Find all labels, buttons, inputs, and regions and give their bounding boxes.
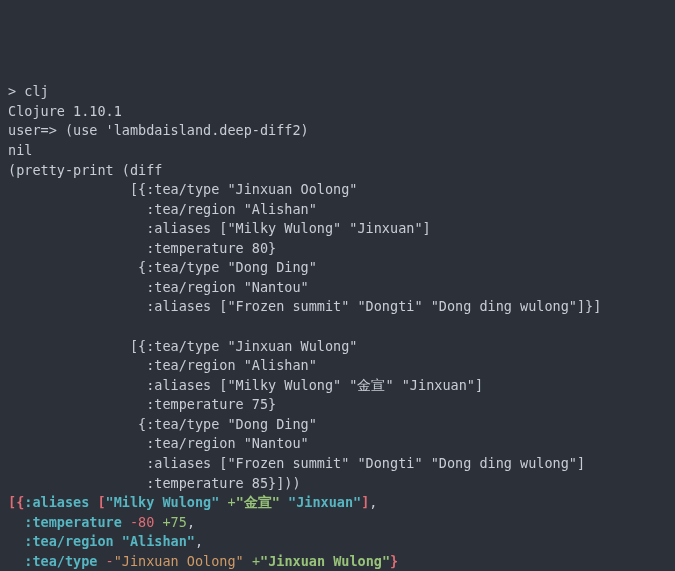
string-removed: "Jinxuan Oolong" [114, 553, 244, 569]
arg2-line: {:tea/type "Dong Ding" [8, 416, 317, 432]
string-val: "Milky Wulong" [106, 494, 220, 510]
arg2-line: :temperature 75} [8, 396, 276, 412]
comma: , [195, 533, 203, 549]
arg2-line: :temperature 85}])) [8, 475, 301, 491]
arg1-line: :aliases ["Frozen summit" "Dongti" "Dong… [8, 298, 601, 314]
arg2-line: [{:tea/type "Jinxuan Wulong" [8, 338, 358, 354]
string-val: "Jinxuan" [288, 494, 361, 510]
comma: , [187, 514, 195, 530]
keyword: :tea/region [24, 533, 113, 549]
string-added: "金宣" [236, 494, 280, 510]
space [97, 553, 105, 569]
removed-val: -80 [130, 514, 154, 530]
terminal-output: > clj Clojure 1.10.1 user=> (use 'lambda… [8, 82, 667, 571]
space [122, 514, 130, 530]
indent [8, 553, 24, 569]
diff-line-4: :tea/type -"Jinxuan Oolong" +"Jinxuan Wu… [8, 553, 398, 569]
indent [8, 533, 24, 549]
nil-output: nil [8, 142, 32, 158]
string-val: "Alishan" [122, 533, 195, 549]
minus-sign: - [106, 553, 114, 569]
arg1-line: :tea/region "Nantou" [8, 279, 309, 295]
arg1-line: [{:tea/type "Jinxuan Oolong" [8, 181, 358, 197]
arg1-line: :temperature 80} [8, 240, 276, 256]
arg2-line: :aliases ["Frozen summit" "Dongti" "Dong… [8, 455, 585, 471]
keyword: :temperature [24, 514, 122, 530]
repl-use-line: user=> (use 'lambdaisland.deep-diff2) [8, 122, 309, 138]
bracket-open: [{ [8, 494, 24, 510]
added-val: +75 [162, 514, 186, 530]
keyword: :aliases [24, 494, 89, 510]
arg1-line: :aliases ["Milky Wulong" "Jinxuan"] [8, 220, 431, 236]
string-added: "Jinxuan Wulong" [260, 553, 390, 569]
prompt-line: > clj [8, 83, 49, 99]
plus-sign: + [252, 553, 260, 569]
diff-line-3: :tea/region "Alishan", [8, 533, 203, 549]
space [114, 533, 122, 549]
indent [8, 514, 24, 530]
arg2-line: :tea/region "Alishan" [8, 357, 317, 373]
comma: , [369, 494, 377, 510]
arg1-line: :tea/region "Alishan" [8, 201, 317, 217]
space [244, 553, 252, 569]
version-line: Clojure 1.10.1 [8, 103, 122, 119]
arg1-line: {:tea/type "Dong Ding" [8, 259, 317, 275]
call-line: (pretty-print (diff [8, 162, 162, 178]
arg2-line: :aliases ["Milky Wulong" "金宣" "Jinxuan"] [8, 377, 483, 393]
diff-line-2: :temperature -80 +75, [8, 514, 195, 530]
space [219, 494, 227, 510]
plus-sign: + [228, 494, 236, 510]
keyword: :tea/type [24, 553, 97, 569]
brace-close: } [390, 553, 398, 569]
diff-line-1: [{:aliases ["Milky Wulong" +"金宣" "Jinxua… [8, 494, 378, 510]
space [280, 494, 288, 510]
arg2-line: :tea/region "Nantou" [8, 435, 309, 451]
bracket-open: [ [97, 494, 105, 510]
